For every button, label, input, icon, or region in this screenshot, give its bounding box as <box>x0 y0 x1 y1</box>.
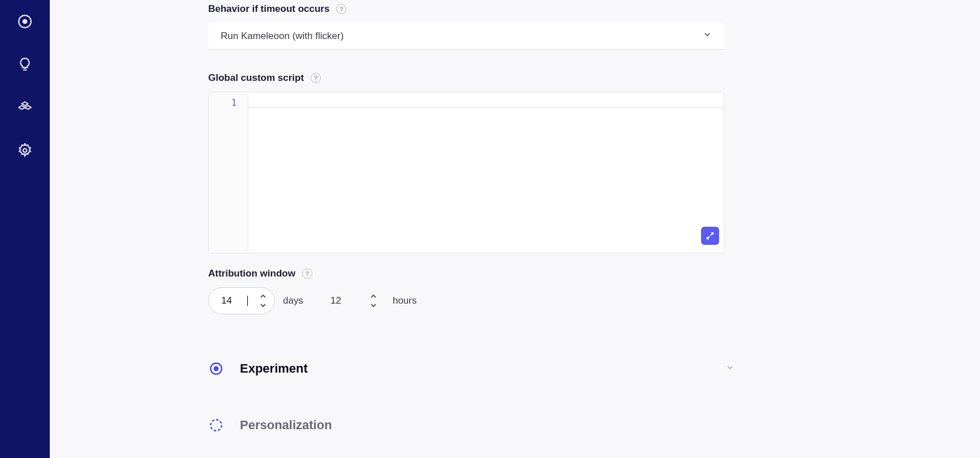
sidebar <box>0 0 50 458</box>
behavior-label: Behavior if timeout occurs ? <box>208 3 980 15</box>
help-icon[interactable]: ? <box>336 4 346 14</box>
hours-down-button[interactable] <box>370 302 377 309</box>
text-cursor <box>247 296 248 306</box>
help-icon[interactable]: ? <box>302 269 312 279</box>
days-up-button[interactable] <box>260 293 267 300</box>
script-label: Global custom script ? <box>208 72 980 84</box>
target-icon[interactable] <box>17 14 33 29</box>
hours-unit-label: hours <box>393 295 417 306</box>
hours-stepper[interactable] <box>318 287 385 314</box>
code-editor[interactable]: 1 <box>208 92 724 253</box>
days-unit-label: days <box>283 295 303 306</box>
hours-up-button[interactable] <box>370 293 377 300</box>
attribution-label-text: Attribution window <box>208 268 295 279</box>
behavior-label-text: Behavior if timeout occurs <box>208 3 329 15</box>
days-stepper[interactable] <box>208 287 275 314</box>
personalization-accordion[interactable]: Personalization <box>208 407 734 443</box>
days-input[interactable] <box>221 295 244 306</box>
personalization-title: Personalization <box>240 418 734 433</box>
experiment-accordion[interactable]: Experiment <box>208 351 734 387</box>
svg-point-4 <box>214 367 218 371</box>
accordion-section: Experiment Personalization <box>208 351 734 443</box>
expand-button[interactable] <box>701 227 719 245</box>
attribution-row: days hours <box>208 287 980 314</box>
days-stepper-controls <box>260 293 272 309</box>
chevron-down-icon <box>703 30 712 42</box>
lightbulb-icon[interactable] <box>17 57 33 72</box>
script-section: Global custom script ? 1 <box>208 72 980 253</box>
line-number-1: 1 <box>209 97 237 109</box>
behavior-dropdown[interactable]: Run Kameleoon (with flicker) <box>208 23 724 50</box>
behavior-selected-value: Run Kameleoon (with flicker) <box>221 31 343 42</box>
days-down-button[interactable] <box>260 302 267 309</box>
hours-stepper-controls <box>370 293 382 309</box>
script-label-text: Global custom script <box>208 72 304 84</box>
code-gutter: 1 <box>209 92 248 253</box>
hours-input[interactable] <box>330 295 353 306</box>
attribution-section: Attribution window ? days <box>208 268 980 314</box>
personalization-icon <box>208 417 224 433</box>
svg-point-2 <box>23 149 27 153</box>
behavior-section: Behavior if timeout occurs ? Run Kameleo… <box>208 3 980 50</box>
code-current-line <box>248 97 724 108</box>
cells-icon[interactable] <box>17 100 33 115</box>
experiment-icon <box>208 361 224 377</box>
help-icon[interactable]: ? <box>311 73 321 83</box>
svg-point-1 <box>23 20 27 24</box>
experiment-title: Experiment <box>240 361 710 376</box>
attribution-label: Attribution window ? <box>208 268 980 279</box>
svg-point-5 <box>210 420 222 431</box>
chevron-down-icon <box>725 363 734 374</box>
main-content: Behavior if timeout occurs ? Run Kameleo… <box>50 0 980 458</box>
gear-icon[interactable] <box>17 142 33 158</box>
